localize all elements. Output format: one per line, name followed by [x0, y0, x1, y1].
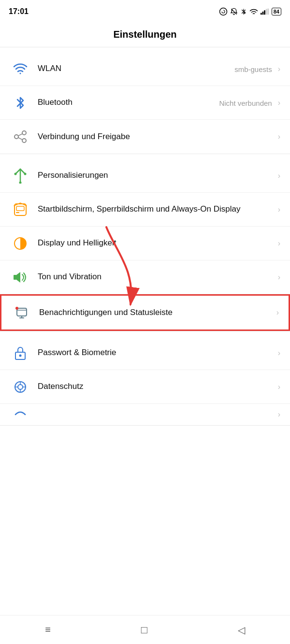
homescreen-chevron: ›: [278, 205, 280, 214]
battery-icon: 84: [272, 8, 281, 15]
bluetooth-icon: [10, 92, 31, 114]
personalize-label: Personalisierungen: [38, 170, 275, 181]
status-time: 17:01: [9, 7, 29, 16]
wlan-icon: [10, 58, 31, 80]
more-chevron: ›: [278, 410, 280, 419]
svg-rect-2: [262, 12, 263, 14]
svg-point-17: [19, 181, 22, 184]
sharing-item[interactable]: Verbindung und Freigabe ›: [0, 120, 290, 154]
wlan-item[interactable]: WLAN smb-guests ›: [0, 52, 290, 86]
notification-mute-icon: [230, 8, 238, 15]
display-label: Display und Helligkeit: [38, 238, 275, 248]
svg-point-9: [22, 139, 26, 143]
wlan-label: WLAN: [38, 63, 234, 74]
password-label: Passwort & Biometrie: [38, 347, 275, 358]
svg-point-29: [19, 354, 22, 357]
password-content: Passwort & Biometrie: [38, 347, 275, 358]
display-right: ›: [275, 239, 280, 248]
privacy-label: Datenschutz: [38, 381, 275, 392]
privacy-right: ›: [275, 383, 280, 391]
bluetooth-item[interactable]: Bluetooth Nicht verbunden ›: [0, 86, 290, 120]
notification-label: Benachrichtigungen und Statusleiste: [39, 307, 274, 318]
notification-content: Benachrichtigungen und Statusleiste: [39, 307, 274, 318]
display-chevron: ›: [278, 239, 280, 248]
wlan-chevron: ›: [278, 65, 280, 73]
page-header: Einstellungen: [0, 21, 290, 47]
notification-chevron: ›: [276, 308, 279, 317]
svg-point-16: [24, 172, 27, 175]
svg-point-25: [15, 307, 18, 310]
more-icon: [10, 404, 31, 425]
sound-content: Ton und Vibration: [38, 272, 275, 282]
password-item[interactable]: Passwort & Biometrie ›: [0, 336, 290, 370]
homescreen-right: ›: [275, 205, 280, 214]
bluetooth-status-icon: [240, 8, 247, 15]
signal-icon: [261, 8, 269, 15]
homescreen-content: Startbildschirm, Sperrbildschirm und Alw…: [38, 204, 275, 215]
security-section: Passwort & Biometrie › Datenschutz ›: [0, 336, 290, 426]
nav-back-button[interactable]: ◁: [223, 619, 260, 641]
notification-icon: [11, 302, 32, 323]
notification-right: ›: [274, 308, 279, 317]
svg-rect-23: [17, 308, 27, 316]
sound-icon: [10, 267, 31, 288]
notification-item-wrapper: Benachrichtigungen und Statusleiste ›: [0, 294, 290, 331]
bluetooth-right: Nicht verbunden ›: [219, 99, 280, 107]
svg-rect-19: [16, 206, 24, 211]
svg-line-10: [18, 134, 22, 136]
display-content: Display und Helligkeit: [38, 238, 275, 248]
svg-point-31: [18, 385, 23, 389]
notification-item[interactable]: Benachrichtigungen und Statusleiste ›: [1, 296, 289, 329]
bluetooth-value: Nicht verbunden: [219, 99, 272, 107]
sound-item[interactable]: Ton und Vibration ›: [0, 260, 290, 294]
appearance-section: Personalisierungen › Startbildschirm, Sp…: [0, 159, 290, 331]
display-icon: [10, 233, 31, 254]
wlan-content: WLAN: [38, 63, 234, 74]
svg-point-15: [14, 172, 17, 175]
nav-bar: ≡ □ ◁: [0, 615, 290, 644]
bluetooth-label: Bluetooth: [38, 97, 219, 108]
more-item[interactable]: ›: [0, 404, 290, 425]
personalize-item[interactable]: Personalisierungen ›: [0, 159, 290, 193]
more-right: ›: [275, 410, 280, 419]
password-chevron: ›: [278, 349, 280, 358]
svg-rect-3: [264, 10, 265, 14]
page-title: Einstellungen: [113, 29, 176, 40]
whatsapp-icon: [219, 7, 228, 16]
privacy-chevron: ›: [278, 383, 280, 391]
password-right: ›: [275, 349, 280, 358]
nav-home-button[interactable]: □: [127, 619, 162, 641]
personalize-content: Personalisierungen: [38, 170, 275, 181]
bluetooth-chevron: ›: [278, 99, 280, 107]
privacy-content: Datenschutz: [38, 381, 275, 392]
wlan-value: smb-guests: [234, 65, 272, 73]
personalize-icon: [10, 165, 31, 186]
svg-rect-1: [261, 13, 262, 15]
status-bar: 17:01 84: [0, 0, 290, 21]
password-icon: [10, 343, 31, 364]
bluetooth-content: Bluetooth: [38, 97, 219, 108]
wlan-right: smb-guests ›: [234, 65, 280, 73]
privacy-icon: [10, 376, 31, 398]
homescreen-item[interactable]: Startbildschirm, Sperrbildschirm und Alw…: [0, 193, 290, 227]
sound-label: Ton und Vibration: [38, 272, 275, 282]
svg-point-7: [14, 135, 18, 139]
wifi-status-icon: [249, 8, 258, 15]
svg-rect-4: [266, 9, 267, 15]
personalize-right: ›: [275, 172, 280, 180]
status-icons: 84: [219, 7, 281, 16]
nav-menu-button[interactable]: ≡: [30, 619, 65, 640]
svg-rect-5: [267, 9, 269, 15]
sharing-chevron: ›: [278, 132, 280, 141]
sound-right: ›: [275, 273, 280, 282]
connectivity-section: WLAN smb-guests › Bluetooth Nicht verbun…: [0, 52, 290, 154]
svg-rect-22: [14, 275, 16, 280]
display-item[interactable]: Display und Helligkeit ›: [0, 227, 290, 260]
sharing-icon: [10, 126, 31, 147]
sharing-label: Verbindung und Freigabe: [38, 131, 275, 142]
sharing-content: Verbindung und Freigabe: [38, 131, 275, 142]
privacy-item[interactable]: Datenschutz ›: [0, 370, 290, 404]
svg-line-11: [18, 138, 22, 140]
homescreen-icon: [10, 199, 31, 220]
sound-chevron: ›: [278, 273, 280, 282]
